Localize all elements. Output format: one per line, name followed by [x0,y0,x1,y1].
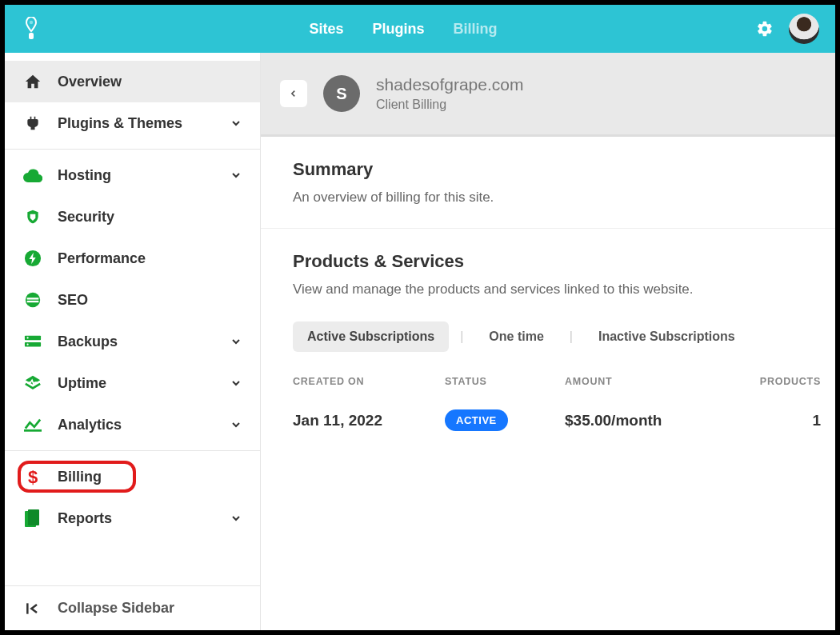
tab-active-subs[interactable]: Active Subscriptions [293,321,449,352]
cell-products: 1 [725,412,821,429]
gear-icon[interactable] [755,19,774,38]
svg-point-9 [26,344,28,345]
sidebar-item-analytics[interactable]: Analytics [5,404,260,445]
cloud-icon [22,165,43,186]
top-nav: Sites Plugins Billing [5,5,835,53]
sidebar-item-label: Security [58,209,114,226]
svg-text:$: $ [28,467,38,486]
svg-rect-4 [27,298,39,299]
sidebar-item-label: Uptime [58,375,106,392]
col-status: STATUS [445,376,565,387]
main: S shadesofgrape.com Client Billing Summa… [261,53,835,630]
table-row[interactable]: Jan 11, 2022 ACTIVE $35.00/month 1 [293,395,803,445]
sidebar-item-plugins-themes[interactable]: Plugins & Themes [5,102,260,144]
cell-status: ACTIVE [445,409,565,431]
avatar[interactable] [789,14,819,44]
summary-title: Summary [293,159,803,180]
back-button[interactable] [280,80,307,107]
table-header: CREATED ON STATUS AMOUNT PRODUCTS [293,352,803,395]
products-card: Products & Services View and manage the … [261,229,835,468]
svg-point-8 [26,337,28,338]
divider: | [570,329,573,344]
page-subtitle: Client Billing [376,98,523,112]
site-avatar: S [323,75,360,112]
chart-icon [22,414,43,435]
collapse-icon [22,598,43,619]
sidebar-item-label: SEO [58,292,88,309]
summary-card: Summary An overview of billing for this … [261,137,835,229]
sidebar-item-label: Collapse Sidebar [58,600,174,617]
plug-icon [22,113,43,134]
sidebar: Overview Plugins & Themes Hosting Securi… [5,53,261,630]
products-title: Products & Services [293,251,803,272]
svg-rect-0 [29,33,34,39]
col-products: PRODUCTS [725,376,821,387]
storage-icon [22,331,43,352]
sidebar-item-label: Analytics [58,417,122,433]
subscription-tabs: Active Subscriptions | One time | Inacti… [293,321,803,352]
shield-icon [22,206,43,227]
tab-inactive-subs[interactable]: Inactive Subscriptions [584,321,750,352]
col-created: CREATED ON [293,376,445,387]
status-badge: ACTIVE [445,409,508,431]
bolt-icon [22,248,43,269]
divider [5,149,260,150]
site-name: shadesofgrape.com [376,75,523,94]
tab-sites[interactable]: Sites [309,21,343,38]
tab-one-time[interactable]: One time [474,321,558,352]
sidebar-item-reports[interactable]: Reports [5,497,260,539]
sidebar-item-label: Reports [58,510,112,527]
tab-plugins[interactable]: Plugins [373,21,425,38]
svg-rect-5 [27,301,39,302]
sidebar-item-label: Overview [58,74,122,90]
sidebar-item-uptime[interactable]: Uptime [5,362,260,404]
chevron-down-icon [230,169,242,182]
sidebar-item-collapse[interactable]: Collapse Sidebar [5,585,260,630]
page-header: S shadesofgrape.com Client Billing [261,53,835,134]
sidebar-item-label: Performance [58,250,146,267]
divider: | [460,329,463,344]
reports-icon [22,508,43,529]
seo-icon [22,290,43,310]
products-desc: View and manage the products and service… [293,282,803,298]
sidebar-item-hosting[interactable]: Hosting [5,154,260,196]
sidebar-item-label: Billing [58,469,102,485]
col-amount: AMOUNT [565,376,725,387]
cell-created: Jan 11, 2022 [293,412,445,429]
svg-point-1 [30,21,33,24]
cell-amount: $35.00/month [565,412,725,429]
chevron-down-icon [230,418,242,431]
chevron-down-icon [230,512,242,525]
chevron-down-icon [230,117,242,130]
sidebar-item-security[interactable]: Security [5,196,260,238]
summary-desc: An overview of billing for this site. [293,190,803,206]
nav-tabs: Sites Plugins Billing [51,21,755,38]
home-icon [22,71,43,92]
dollar-icon: $ [22,466,43,487]
svg-rect-13 [28,509,39,525]
sidebar-item-label: Plugins & Themes [58,115,182,132]
sidebar-item-label: Hosting [58,167,111,184]
chevron-down-icon [230,335,242,348]
sidebar-item-seo[interactable]: SEO [5,279,260,321]
sidebar-item-billing[interactable]: $ Billing [5,456,260,497]
sidebar-item-performance[interactable]: Performance [5,238,260,279]
sidebar-item-backups[interactable]: Backups [5,321,260,362]
chevron-down-icon [230,377,242,389]
sidebar-item-overview[interactable]: Overview [5,61,260,102]
logo [21,15,42,42]
tab-billing-top[interactable]: Billing [454,21,498,38]
sidebar-item-label: Backups [58,333,118,350]
divider [5,450,260,451]
svg-point-3 [26,293,40,307]
uptime-icon [22,373,43,393]
